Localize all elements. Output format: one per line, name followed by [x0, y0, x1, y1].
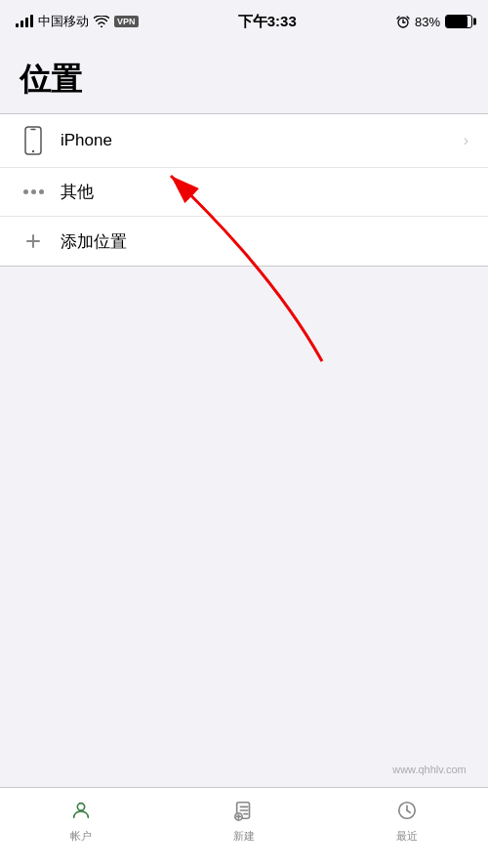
- svg-point-7: [32, 150, 34, 152]
- battery-percent: 83%: [415, 15, 440, 29]
- dots-icon: [20, 189, 47, 194]
- list-item-other[interactable]: 其他: [0, 168, 488, 217]
- battery-icon: [445, 15, 472, 28]
- clock-icon-wrap: [392, 796, 422, 825]
- clock-icon: [396, 800, 418, 821]
- page-title: 位置: [20, 59, 468, 102]
- new-icon-wrap: [229, 796, 259, 825]
- wifi-icon: [94, 16, 109, 27]
- person-icon: [70, 800, 92, 821]
- tab-new[interactable]: 新建: [163, 796, 326, 844]
- recent-tab-label: 最近: [396, 829, 418, 844]
- status-left: 中国移动 VPN: [16, 13, 139, 30]
- phone-icon: [20, 126, 47, 155]
- list-item-iphone[interactable]: iPhone ›: [0, 114, 488, 168]
- account-tab-label: 帐户: [70, 829, 92, 844]
- status-bar: 中国移动 VPN 下午3:33 83%: [0, 0, 488, 43]
- other-label: 其他: [61, 181, 468, 203]
- chevron-icon: ›: [464, 132, 468, 149]
- carrier-label: 中国移动: [38, 13, 89, 30]
- iphone-label: iPhone: [61, 131, 464, 150]
- tab-bar: 帐户 新建 最近: [0, 787, 488, 868]
- status-time: 下午3:33: [238, 13, 297, 31]
- watermark: www.qhhlv.com: [371, 759, 488, 780]
- status-right: 83%: [396, 15, 472, 29]
- svg-point-9: [78, 804, 85, 810]
- alarm-icon: [396, 15, 410, 28]
- svg-line-3: [397, 17, 399, 19]
- account-icon-wrap: [66, 796, 96, 825]
- new-icon: [233, 800, 255, 821]
- signal-icon: [16, 16, 33, 27]
- list-item-add[interactable]: 添加位置: [0, 217, 488, 266]
- page-title-area: 位置: [0, 43, 488, 113]
- location-list: iPhone › 其他 添加位置: [0, 113, 488, 267]
- svg-line-19: [407, 810, 410, 812]
- tab-recent[interactable]: 最近: [325, 796, 488, 844]
- svg-line-4: [407, 17, 409, 19]
- new-tab-label: 新建: [233, 829, 255, 844]
- add-label: 添加位置: [61, 230, 468, 253]
- vpn-badge: VPN: [114, 16, 139, 27]
- tab-account[interactable]: 帐户: [0, 796, 163, 844]
- plus-icon: [20, 231, 47, 251]
